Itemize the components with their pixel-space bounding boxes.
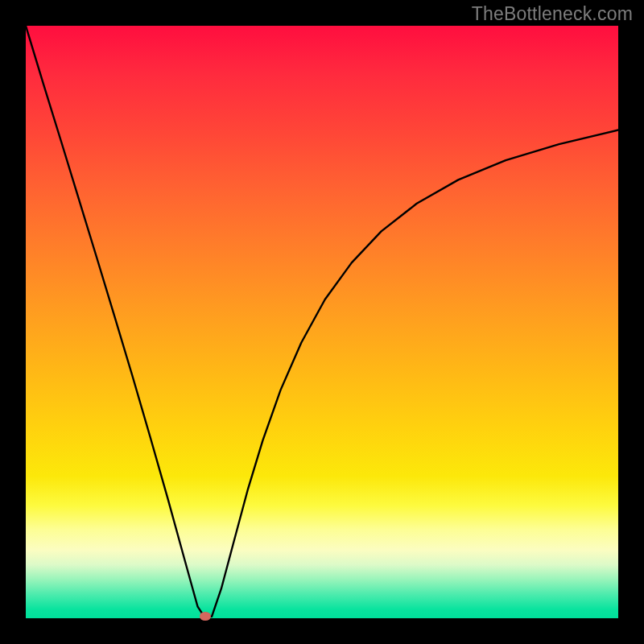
vertex-marker — [200, 612, 211, 621]
curve-path — [26, 26, 618, 617]
chart-frame: TheBottleneck.com — [0, 0, 644, 644]
watermark-text: TheBottleneck.com — [472, 3, 633, 25]
bottleneck-curve — [26, 26, 618, 618]
plot-area — [26, 26, 618, 618]
